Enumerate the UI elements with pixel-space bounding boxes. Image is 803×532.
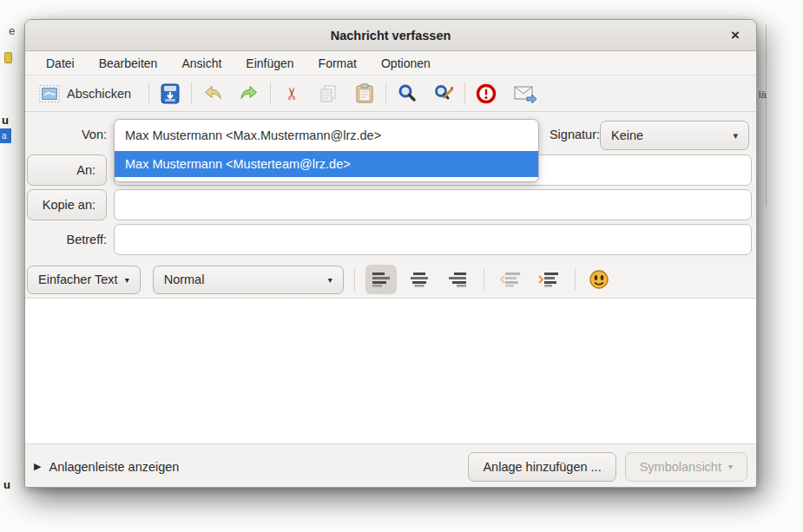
send-button[interactable]: Abschicken xyxy=(32,80,138,108)
attachment-bar-toggle[interactable]: ▶ Anlagenleiste anzeigen xyxy=(34,460,179,474)
send-button-label: Abschicken xyxy=(67,87,131,101)
main-toolbar: Abschicken ✂ xyxy=(25,76,756,112)
emoticon-button[interactable] xyxy=(586,265,612,294)
kopie-an-button-label: Kopie an: xyxy=(43,198,95,212)
add-attachment-button[interactable]: Anlage hinzufügen ... xyxy=(468,452,615,482)
paste-icon[interactable] xyxy=(354,83,375,104)
an-button[interactable]: An: xyxy=(27,154,107,186)
chevron-down-icon: ▾ xyxy=(733,130,738,141)
chevron-down-icon: ▾ xyxy=(328,275,332,285)
search-icon[interactable] xyxy=(397,83,418,104)
indent-button[interactable] xyxy=(533,265,564,294)
expander-arrow-icon: ▶ xyxy=(34,461,41,472)
toolbar-separator xyxy=(464,82,465,105)
add-attachment-label: Anlage hinzufügen ... xyxy=(483,460,601,474)
menu-format[interactable]: Format xyxy=(306,54,369,73)
message-body-editor[interactable] xyxy=(25,299,756,443)
menu-datei[interactable]: Datei xyxy=(34,54,87,73)
align-right-button[interactable] xyxy=(442,265,473,294)
menu-einfuegen[interactable]: Einfügen xyxy=(234,54,306,73)
toolbar-separator xyxy=(148,82,149,105)
toolbar-separator xyxy=(575,268,576,291)
von-option-label: Max Mustermann <Musterteam@lrz.de> xyxy=(125,157,351,171)
window-title: Nachricht verfassen xyxy=(331,29,451,43)
toolbar-separator xyxy=(191,82,192,105)
toolbar-separator xyxy=(484,268,484,291)
background-window-fragment: u xyxy=(2,114,9,127)
format-mode-button[interactable]: Einfacher Text ▾ xyxy=(27,266,141,294)
kopie-an-button[interactable]: Kopie an: xyxy=(27,189,107,220)
background-window-fragment: e xyxy=(9,24,15,37)
icon-view-dropdown[interactable]: Symbolansicht ▾ xyxy=(625,452,747,482)
attachment-bar: ▶ Anlagenleiste anzeigen Anlage hinzufüg… xyxy=(25,443,756,488)
background-selected-item-fragment: a xyxy=(0,128,11,143)
menu-bearbeiten[interactable]: Bearbeiten xyxy=(87,54,170,73)
menu-ansicht[interactable]: Ansicht xyxy=(169,54,234,73)
align-left-button[interactable] xyxy=(365,265,397,294)
close-icon: × xyxy=(731,27,740,44)
attachment-bar-toggle-label: Anlagenleiste anzeigen xyxy=(49,460,179,474)
background-window-fragment: u xyxy=(3,478,10,491)
betreff-label: Betreff: xyxy=(25,233,107,246)
titlebar[interactable]: Nachricht verfassen × xyxy=(25,20,756,51)
toolbar-separator xyxy=(270,82,271,105)
signatur-value: Keine xyxy=(611,128,643,142)
format-mode-label: Einfacher Text xyxy=(38,273,118,286)
chevron-down-icon: ▾ xyxy=(125,275,129,285)
von-combo-entry[interactable]: Max Mustermann <Max.Mustermann@lrz.de> xyxy=(115,120,538,151)
redo-icon[interactable] xyxy=(239,83,260,104)
an-button-label: An: xyxy=(76,163,95,177)
toolbar-separator xyxy=(385,82,386,105)
chevron-down-icon: ▾ xyxy=(728,462,733,471)
save-draft-icon[interactable] xyxy=(160,83,181,104)
header-area: Von: Signatur: Keine ▾ An: Kopie an: Bet… xyxy=(25,112,756,261)
von-current-value: Max Mustermann <Max.Mustermann@lrz.de> xyxy=(125,128,381,142)
menu-optionen[interactable]: Optionen xyxy=(369,54,443,73)
von-identity-dropdown: Max Mustermann <Max.Mustermann@lrz.de> M… xyxy=(114,119,539,182)
format-toolbar: Einfacher Text ▾ Normal ▾ xyxy=(25,261,756,299)
unindent-button[interactable] xyxy=(495,265,526,294)
align-center-button[interactable] xyxy=(404,265,435,294)
kopie-an-input[interactable] xyxy=(114,189,752,220)
signatur-dropdown[interactable]: Keine ▾ xyxy=(600,121,749,150)
stamp-icon xyxy=(39,83,60,104)
compose-window: Nachricht verfassen × Datei Bearbeiten A… xyxy=(24,19,757,488)
background-window-edge xyxy=(766,24,767,207)
priority-icon[interactable] xyxy=(476,83,497,104)
von-dropdown-option-selected[interactable]: Max Mustermann <Musterteam@lrz.de> xyxy=(115,151,538,177)
read-receipt-icon[interactable] xyxy=(512,83,538,104)
copy-icon[interactable] xyxy=(318,83,339,104)
find-replace-icon[interactable] xyxy=(433,83,454,104)
close-button[interactable]: × xyxy=(723,23,747,48)
icon-view-label: Symbolansicht xyxy=(640,460,721,474)
von-label: Von: xyxy=(25,128,107,141)
toolbar-separator xyxy=(354,268,355,291)
paragraph-style-value: Normal xyxy=(164,273,205,286)
menubar: Datei Bearbeiten Ansicht Einfügen Format… xyxy=(25,51,756,76)
paragraph-style-dropdown[interactable]: Normal ▾ xyxy=(153,266,344,294)
cut-icon[interactable]: ✂ xyxy=(281,83,302,104)
undo-icon[interactable] xyxy=(202,83,223,104)
betreff-input[interactable] xyxy=(114,224,752,255)
background-pencil-icon xyxy=(4,52,12,63)
background-window-fragment: lä xyxy=(759,89,767,100)
